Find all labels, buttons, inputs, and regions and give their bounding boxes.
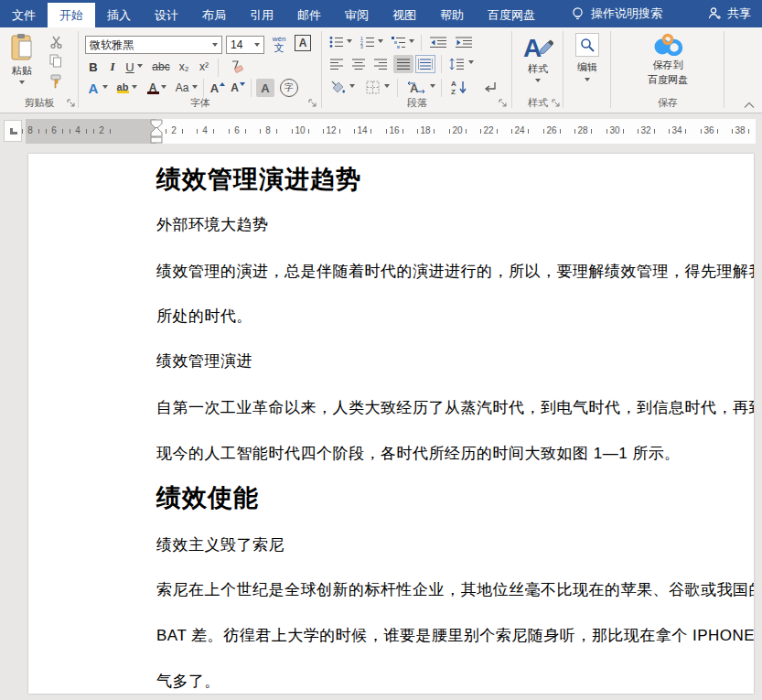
bold-button[interactable]: B (86, 59, 101, 75)
sort-button[interactable]: AZ (448, 79, 470, 95)
multilevel-list-button[interactable] (390, 35, 408, 49)
paragraph-dialog-launcher-icon[interactable] (498, 98, 509, 109)
tab-review[interactable]: 审阅 (333, 3, 381, 27)
copy-button[interactable] (46, 53, 66, 68)
increase-indent-button[interactable] (454, 35, 474, 49)
multilevel-caret-icon[interactable] (409, 39, 414, 43)
subscript-button[interactable]: x₂ (176, 59, 192, 75)
tab-references[interactable]: 引用 (238, 3, 285, 27)
tab-help[interactable]: 帮助 (428, 3, 476, 27)
highlight-caret-icon[interactable] (132, 85, 137, 89)
doc-heading-2: 绩效使能 (156, 481, 259, 514)
font-name-combobox[interactable]: 微软雅黑 (85, 36, 222, 54)
doc-paragraph-line: 所处的时代。 (156, 306, 252, 327)
format-painter-button[interactable] (46, 73, 66, 90)
text-effects-caret-icon[interactable] (102, 85, 108, 89)
font-color-caret-icon[interactable] (161, 85, 166, 89)
italic-button[interactable]: I (106, 59, 119, 75)
underline-caret-icon[interactable] (137, 64, 143, 68)
strikethrough-button[interactable]: abc (150, 59, 172, 75)
enclose-characters-button[interactable]: 字 (280, 79, 298, 97)
paste-button[interactable]: 粘贴 (5, 33, 38, 84)
font-color-button[interactable]: A (145, 79, 161, 97)
character-shading-button[interactable]: A (256, 79, 274, 97)
ruler-number: 20 (452, 125, 462, 135)
clear-formatting-button[interactable] (225, 59, 245, 75)
paste-caret-icon (19, 81, 25, 84)
show-hide-marks-button[interactable] (479, 79, 499, 95)
shading-caret-icon[interactable] (349, 84, 355, 88)
document-page[interactable]: 绩效管理演进趋势 外部环境大趋势 绩效管理的演进，总是伴随着时代的演进进行的，所… (28, 154, 754, 694)
ruler-number: 34 (671, 125, 682, 135)
underline-button[interactable]: U (123, 59, 137, 75)
ruler-number: 28 (577, 125, 587, 135)
borders-caret-icon[interactable] (384, 84, 390, 88)
ribbon-tab-bar: 文件 开始 插入 设计 布局 引用 邮件 审阅 视图 帮助 百度网盘 操作说明搜… (0, 0, 762, 27)
asian-layout-button[interactable]: A (404, 79, 428, 95)
collapse-ribbon-icon[interactable] (744, 102, 755, 109)
ruler-tick (354, 129, 355, 134)
cut-button[interactable] (46, 35, 66, 49)
editing-button[interactable]: 编辑 (571, 33, 604, 81)
character-border-button[interactable]: A (295, 35, 311, 51)
bullets-caret-icon[interactable] (347, 39, 352, 43)
font-size-combobox[interactable]: 14 (226, 36, 264, 54)
bullets-button[interactable] (327, 35, 346, 49)
text-effects-button[interactable]: A (84, 79, 102, 97)
ruler-number: 14 (357, 125, 367, 135)
decrease-indent-button[interactable] (428, 35, 448, 49)
ruler-tick (86, 129, 87, 134)
ruler-tick (543, 129, 544, 134)
first-line-indent-marker[interactable] (150, 119, 163, 144)
tab-file[interactable]: 文件 (0, 3, 48, 27)
numbering-caret-icon[interactable] (378, 39, 383, 43)
font-dialog-launcher-icon[interactable] (307, 98, 318, 109)
tab-stop-selector[interactable] (4, 120, 22, 142)
borders-button[interactable] (362, 79, 382, 95)
highlight-button[interactable]: ab (113, 79, 132, 97)
ruler-tick (308, 129, 309, 134)
divider (421, 35, 422, 51)
ruler-number: 30 (609, 125, 619, 135)
horizontal-ruler[interactable]: 86422468101214161820222426283032343638 (26, 119, 756, 144)
group-font: 微软雅黑 14 wén 文 A B I U abc x₂ x² (79, 27, 322, 113)
tab-design[interactable]: 设计 (143, 3, 190, 27)
phonetic-guide-button[interactable]: wén 文 (269, 33, 289, 55)
shading-button[interactable] (327, 79, 348, 95)
tab-baidu-netdisk[interactable]: 百度网盘 (476, 3, 547, 27)
justify-button[interactable] (393, 55, 413, 73)
shrink-font-button[interactable]: A (229, 79, 247, 97)
align-center-button[interactable] (349, 55, 368, 73)
superscript-button[interactable]: x² (196, 59, 212, 75)
tab-insert[interactable]: 插入 (95, 3, 143, 27)
line-spacing-button[interactable] (446, 55, 467, 73)
clipboard-dialog-launcher-icon[interactable] (66, 98, 77, 109)
font-name-caret-icon (212, 43, 218, 47)
align-left-button[interactable] (327, 55, 346, 73)
tab-mailings[interactable]: 邮件 (285, 3, 333, 27)
left-tab-icon (10, 128, 17, 135)
doc-paragraph-line: 绩效管理的演进，总是伴随着时代的演进进行的，所以，要理解绩效管理，得先理解我 (156, 261, 754, 282)
tell-me-search[interactable]: 操作说明搜索 (571, 0, 662, 27)
change-case-caret-icon[interactable] (192, 85, 198, 89)
styles-dialog-launcher-icon[interactable] (551, 98, 562, 109)
share-button[interactable]: 共享 (707, 0, 751, 27)
asian-layout-caret-icon[interactable] (430, 84, 435, 88)
ruler-tick (182, 129, 183, 134)
ruler-number: 6 (234, 125, 240, 135)
ruler-number: 12 (326, 125, 336, 135)
tab-view[interactable]: 视图 (381, 3, 428, 27)
group-label-paragraph: 段落 (322, 96, 512, 110)
line-spacing-caret-icon[interactable] (468, 60, 474, 64)
divider (441, 55, 442, 73)
tab-layout[interactable]: 布局 (190, 3, 238, 27)
numbering-button[interactable]: 123 (359, 35, 377, 49)
tab-home[interactable]: 开始 (48, 3, 95, 27)
align-right-button[interactable] (371, 55, 390, 73)
distributed-button[interactable] (415, 55, 435, 73)
grow-font-button[interactable]: A (209, 79, 227, 97)
save-label-line2: 百度网盘 (648, 73, 688, 87)
change-case-button[interactable]: Aa (172, 79, 192, 97)
save-to-baidu-button[interactable]: 保存到 百度网盘 (639, 32, 697, 87)
styles-button[interactable]: A 样式 (518, 33, 558, 82)
